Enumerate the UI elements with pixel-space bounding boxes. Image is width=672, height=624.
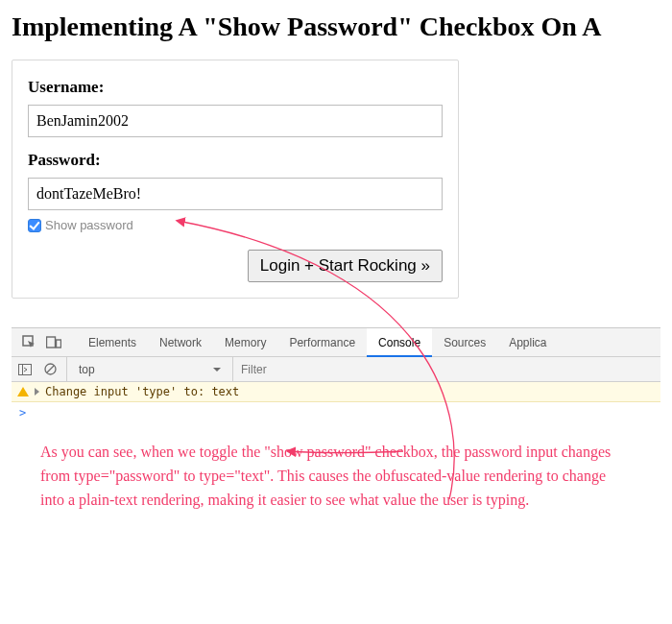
svg-line-6 [47,366,54,372]
console-sidebar-toggle-icon[interactable] [16,358,34,381]
warning-icon [17,387,29,396]
username-field-block: Username: [28,78,443,137]
svg-rect-3 [19,364,32,374]
login-form: Username: Password: Show password Login … [12,60,459,299]
device-toolbar-icon[interactable] [42,331,65,354]
svg-rect-2 [57,340,61,348]
tab-application[interactable]: Applica [497,328,558,357]
tab-elements[interactable]: Elements [77,328,148,357]
handwritten-annotation: As you can see, when we toggle the "show… [40,441,632,512]
console-filter-input[interactable] [239,362,412,377]
password-input[interactable] [28,178,443,210]
login-button[interactable]: Login + Start Rocking » [248,250,443,282]
inspect-element-icon[interactable] [17,331,40,354]
tab-memory[interactable]: Memory [213,328,277,357]
show-password-checkbox[interactable] [28,219,41,232]
tab-network[interactable]: Network [148,328,213,357]
tab-console[interactable]: Console [367,328,432,357]
show-password-label: Show password [45,218,133,232]
clear-console-icon[interactable] [41,358,59,381]
tab-sources[interactable]: Sources [432,328,497,357]
console-prompt[interactable]: > [12,402,660,423]
console-log-message: Change input 'type' to: text [45,385,239,398]
console-log-row[interactable]: Change input 'type' to: text [12,382,660,402]
password-label: Password: [28,151,443,170]
show-password-row: Show password [28,218,443,232]
context-selector[interactable]: top [73,360,227,379]
context-selector-value: top [79,363,95,376]
tab-performance[interactable]: Performance [277,328,367,357]
password-field-block: Password: Show password [28,151,443,232]
username-input[interactable] [28,105,443,137]
disclosure-triangle-icon[interactable] [35,388,39,396]
console-toolbar: top [12,357,660,382]
svg-rect-1 [47,337,56,348]
devtools-panel: Elements Network Memory Performance Cons… [12,327,660,423]
devtools-tabbar: Elements Network Memory Performance Cons… [12,328,660,357]
page-title: Implementing A "Show Password" Checkbox … [12,12,660,42]
username-label: Username: [28,78,443,97]
chevron-down-icon [213,363,221,376]
